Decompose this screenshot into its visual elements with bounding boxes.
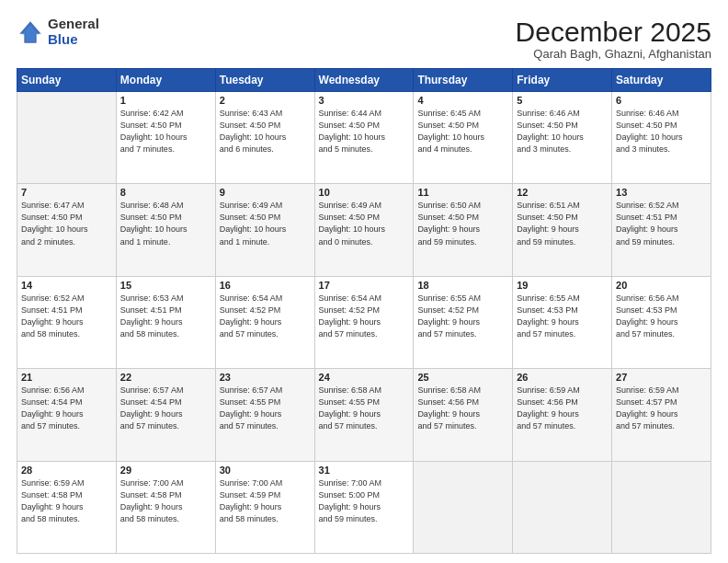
day-info: Sunrise: 6:51 AMSunset: 4:50 PMDaylight:… bbox=[517, 200, 608, 247]
calendar-cell: 11Sunrise: 6:50 AMSunset: 4:50 PMDayligh… bbox=[414, 184, 513, 276]
calendar-cell: 28Sunrise: 6:59 AMSunset: 4:58 PMDayligh… bbox=[17, 461, 117, 553]
day-number: 7 bbox=[21, 187, 112, 198]
calendar-cell: 31Sunrise: 7:00 AMSunset: 5:00 PMDayligh… bbox=[314, 461, 414, 553]
day-number: 31 bbox=[319, 465, 410, 476]
day-info: Sunrise: 7:00 AMSunset: 5:00 PMDaylight:… bbox=[319, 477, 410, 525]
day-number: 16 bbox=[220, 280, 311, 291]
day-info: Sunrise: 6:49 AMSunset: 4:50 PMDaylight:… bbox=[220, 200, 311, 247]
day-number: 14 bbox=[21, 280, 112, 291]
day-info: Sunrise: 7:00 AMSunset: 4:59 PMDaylight:… bbox=[220, 477, 311, 525]
calendar-cell: 7Sunrise: 6:47 AMSunset: 4:50 PMDaylight… bbox=[17, 184, 117, 276]
day-number: 29 bbox=[120, 465, 211, 476]
day-number: 13 bbox=[616, 187, 707, 198]
day-info: Sunrise: 6:46 AMSunset: 4:50 PMDaylight:… bbox=[616, 108, 707, 155]
day-info: Sunrise: 6:46 AMSunset: 4:50 PMDaylight:… bbox=[517, 108, 608, 155]
header: General Blue December 2025 Qarah Bagh, G… bbox=[17, 17, 711, 61]
day-info: Sunrise: 6:57 AMSunset: 4:54 PMDaylight:… bbox=[120, 385, 211, 432]
day-number: 20 bbox=[616, 280, 707, 291]
day-number: 5 bbox=[517, 95, 608, 106]
day-number: 8 bbox=[120, 187, 211, 198]
col-header-monday: Monday bbox=[116, 69, 215, 92]
title-section: December 2025 Qarah Bagh, Ghazni, Afghan… bbox=[516, 17, 711, 61]
calendar-cell: 5Sunrise: 6:46 AMSunset: 4:50 PMDaylight… bbox=[513, 92, 612, 184]
day-info: Sunrise: 6:47 AMSunset: 4:50 PMDaylight:… bbox=[21, 200, 112, 247]
calendar-cell: 26Sunrise: 6:59 AMSunset: 4:56 PMDayligh… bbox=[513, 369, 612, 461]
day-info: Sunrise: 6:42 AMSunset: 4:50 PMDaylight:… bbox=[120, 108, 211, 155]
day-info: Sunrise: 6:54 AMSunset: 4:52 PMDaylight:… bbox=[319, 293, 410, 340]
day-number: 24 bbox=[319, 372, 410, 383]
day-info: Sunrise: 7:00 AMSunset: 4:58 PMDaylight:… bbox=[120, 477, 211, 525]
day-number: 21 bbox=[21, 372, 112, 383]
day-info: Sunrise: 6:50 AMSunset: 4:50 PMDaylight:… bbox=[417, 200, 508, 247]
col-header-sunday: Sunday bbox=[17, 69, 117, 92]
day-info: Sunrise: 6:43 AMSunset: 4:50 PMDaylight:… bbox=[220, 108, 311, 155]
calendar-cell bbox=[513, 461, 612, 553]
calendar-cell: 10Sunrise: 6:49 AMSunset: 4:50 PMDayligh… bbox=[314, 184, 414, 276]
day-number: 3 bbox=[319, 95, 410, 106]
day-number: 10 bbox=[319, 187, 410, 198]
calendar-cell: 18Sunrise: 6:55 AMSunset: 4:52 PMDayligh… bbox=[414, 276, 513, 368]
day-number: 15 bbox=[120, 280, 211, 291]
day-info: Sunrise: 6:44 AMSunset: 4:50 PMDaylight:… bbox=[319, 108, 410, 155]
calendar-cell: 13Sunrise: 6:52 AMSunset: 4:51 PMDayligh… bbox=[612, 184, 711, 276]
logo-text: General Blue bbox=[48, 17, 99, 47]
calendar-cell: 17Sunrise: 6:54 AMSunset: 4:52 PMDayligh… bbox=[314, 276, 414, 368]
col-header-thursday: Thursday bbox=[414, 69, 513, 92]
calendar-cell: 29Sunrise: 7:00 AMSunset: 4:58 PMDayligh… bbox=[116, 461, 215, 553]
day-info: Sunrise: 6:58 AMSunset: 4:56 PMDaylight:… bbox=[417, 385, 508, 432]
calendar-cell: 15Sunrise: 6:53 AMSunset: 4:51 PMDayligh… bbox=[116, 276, 215, 368]
calendar-cell: 12Sunrise: 6:51 AMSunset: 4:50 PMDayligh… bbox=[513, 184, 612, 276]
calendar-cell: 9Sunrise: 6:49 AMSunset: 4:50 PMDaylight… bbox=[215, 184, 314, 276]
calendar-cell: 19Sunrise: 6:55 AMSunset: 4:53 PMDayligh… bbox=[513, 276, 612, 368]
calendar-week-row: 14Sunrise: 6:52 AMSunset: 4:51 PMDayligh… bbox=[17, 276, 711, 368]
calendar-cell: 14Sunrise: 6:52 AMSunset: 4:51 PMDayligh… bbox=[17, 276, 117, 368]
day-info: Sunrise: 6:59 AMSunset: 4:58 PMDaylight:… bbox=[21, 477, 112, 525]
day-number: 17 bbox=[319, 280, 410, 291]
calendar-cell: 23Sunrise: 6:57 AMSunset: 4:55 PMDayligh… bbox=[215, 369, 314, 461]
day-number: 19 bbox=[517, 280, 608, 291]
day-info: Sunrise: 6:55 AMSunset: 4:52 PMDaylight:… bbox=[417, 293, 508, 340]
day-number: 27 bbox=[616, 372, 707, 383]
day-number: 1 bbox=[120, 95, 211, 106]
col-header-saturday: Saturday bbox=[612, 69, 711, 92]
calendar-week-row: 21Sunrise: 6:56 AMSunset: 4:54 PMDayligh… bbox=[17, 369, 711, 461]
day-number: 22 bbox=[120, 372, 211, 383]
day-number: 26 bbox=[517, 372, 608, 383]
calendar-week-row: 1Sunrise: 6:42 AMSunset: 4:50 PMDaylight… bbox=[17, 92, 711, 184]
day-number: 2 bbox=[220, 95, 311, 106]
calendar-cell: 24Sunrise: 6:58 AMSunset: 4:55 PMDayligh… bbox=[314, 369, 414, 461]
day-info: Sunrise: 6:55 AMSunset: 4:53 PMDaylight:… bbox=[517, 293, 608, 340]
day-number: 28 bbox=[21, 465, 112, 476]
page: General Blue December 2025 Qarah Bagh, G… bbox=[0, 0, 728, 563]
calendar-cell: 3Sunrise: 6:44 AMSunset: 4:50 PMDaylight… bbox=[314, 92, 414, 184]
day-number: 6 bbox=[616, 95, 707, 106]
day-info: Sunrise: 6:56 AMSunset: 4:53 PMDaylight:… bbox=[616, 293, 707, 340]
calendar-week-row: 28Sunrise: 6:59 AMSunset: 4:58 PMDayligh… bbox=[17, 461, 711, 553]
day-info: Sunrise: 6:52 AMSunset: 4:51 PMDaylight:… bbox=[21, 293, 112, 340]
location-subtitle: Qarah Bagh, Ghazni, Afghanistan bbox=[516, 47, 711, 61]
calendar-cell bbox=[17, 92, 117, 184]
day-number: 12 bbox=[517, 187, 608, 198]
day-info: Sunrise: 6:52 AMSunset: 4:51 PMDaylight:… bbox=[616, 200, 707, 247]
day-number: 9 bbox=[220, 187, 311, 198]
day-info: Sunrise: 6:48 AMSunset: 4:50 PMDaylight:… bbox=[120, 200, 211, 247]
day-number: 11 bbox=[417, 187, 508, 198]
logo: General Blue bbox=[17, 17, 99, 47]
logo-icon bbox=[17, 18, 44, 46]
day-info: Sunrise: 6:59 AMSunset: 4:57 PMDaylight:… bbox=[616, 385, 707, 432]
day-info: Sunrise: 6:58 AMSunset: 4:55 PMDaylight:… bbox=[319, 385, 410, 432]
day-info: Sunrise: 6:49 AMSunset: 4:50 PMDaylight:… bbox=[319, 200, 410, 247]
day-number: 4 bbox=[417, 95, 508, 106]
calendar-cell: 4Sunrise: 6:45 AMSunset: 4:50 PMDaylight… bbox=[414, 92, 513, 184]
day-number: 25 bbox=[417, 372, 508, 383]
day-number: 18 bbox=[417, 280, 508, 291]
col-header-tuesday: Tuesday bbox=[215, 69, 314, 92]
day-info: Sunrise: 6:45 AMSunset: 4:50 PMDaylight:… bbox=[417, 108, 508, 155]
calendar-cell: 25Sunrise: 6:58 AMSunset: 4:56 PMDayligh… bbox=[414, 369, 513, 461]
calendar-cell: 20Sunrise: 6:56 AMSunset: 4:53 PMDayligh… bbox=[612, 276, 711, 368]
calendar-header-row: SundayMondayTuesdayWednesdayThursdayFrid… bbox=[17, 69, 711, 92]
calendar-cell bbox=[612, 461, 711, 553]
calendar-cell: 2Sunrise: 6:43 AMSunset: 4:50 PMDaylight… bbox=[215, 92, 314, 184]
month-title: December 2025 bbox=[516, 17, 711, 47]
calendar-cell: 22Sunrise: 6:57 AMSunset: 4:54 PMDayligh… bbox=[116, 369, 215, 461]
